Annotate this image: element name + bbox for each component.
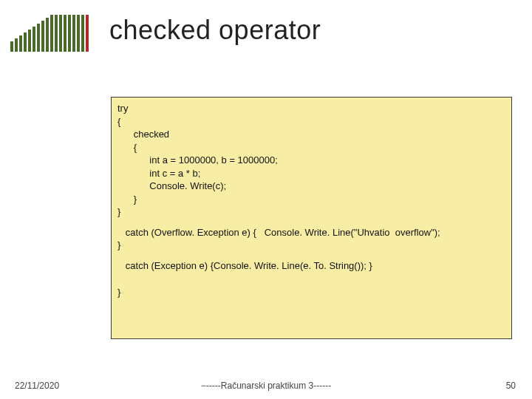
- bar-icon: [86, 15, 89, 52]
- bar-icon: [37, 24, 40, 52]
- bar-icon: [46, 18, 49, 52]
- footer: 22/11/2020 −-----Računarski praktikum 3-…: [0, 378, 532, 393]
- bar-icon: [15, 38, 18, 52]
- bar-icon: [33, 27, 35, 52]
- bar-icon: [77, 15, 80, 52]
- code-line: {: [117, 115, 505, 129]
- bar-icon: [55, 15, 58, 52]
- spacer: [117, 219, 505, 226]
- code-line: Console. Write(c);: [117, 180, 505, 193]
- bar-icon: [59, 15, 62, 52]
- spacer: [117, 252, 505, 259]
- bar-icon: [10, 41, 13, 52]
- bar-icon: [50, 15, 53, 52]
- code-line: }: [117, 193, 505, 206]
- bar-icon: [72, 15, 75, 52]
- footer-page: 50: [506, 381, 516, 391]
- bar-icon: [64, 15, 66, 52]
- code-line: int c = a * b;: [117, 167, 505, 180]
- decorative-bars: [10, 13, 89, 52]
- code-line: {: [117, 141, 505, 154]
- code-line: }: [117, 286, 505, 299]
- bar-icon: [41, 21, 44, 52]
- bar-icon: [24, 33, 27, 52]
- code-line: }: [117, 205, 505, 219]
- slide: checked operator try { checked { int a =…: [0, 0, 532, 399]
- bar-icon: [28, 30, 31, 52]
- code-line: int a = 1000000, b = 1000000;: [117, 154, 505, 167]
- code-block: try { checked { int a = 1000000, b = 100…: [111, 97, 512, 339]
- code-line: catch (Overflow. Exception e) { Console.…: [117, 226, 505, 239]
- footer-center: −-----Računarski praktikum 3------: [0, 381, 532, 391]
- bar-icon: [68, 15, 71, 52]
- spacer: [117, 273, 505, 286]
- code-line: }: [117, 239, 505, 252]
- footer-date: 22/11/2020: [15, 381, 59, 391]
- page-title: checked operator: [109, 15, 321, 46]
- code-line: checked: [117, 128, 505, 141]
- code-line: catch (Exception e) {Console. Write. Lin…: [117, 259, 505, 273]
- bar-icon: [81, 15, 84, 52]
- bar-icon: [19, 35, 22, 52]
- code-line: try: [117, 102, 505, 115]
